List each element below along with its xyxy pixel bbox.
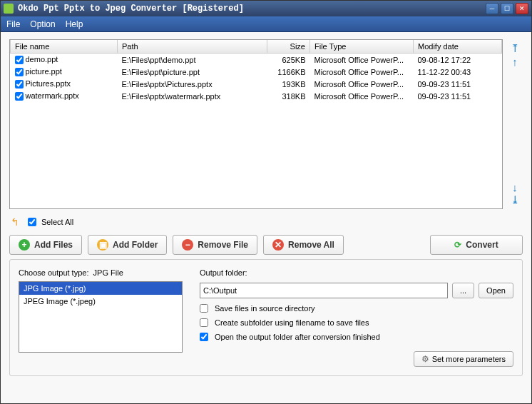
col-size[interactable]: Size [267, 40, 310, 54]
file-path: E:\Files\ppt\demo.ppt [118, 54, 267, 66]
output-folder-label: Output folder: [200, 268, 513, 277]
file-modify: 09-09-23 11:51 [414, 78, 502, 90]
move-top-button[interactable]: ⤒ [508, 42, 521, 55]
close-button[interactable]: ✕ [516, 3, 528, 14]
add-files-label: Add Files [34, 240, 73, 250]
create-subfolder-label: Create subfolder using filename to save … [215, 318, 369, 327]
select-all-row: ↰ Select All [9, 213, 523, 231]
convert-button[interactable]: ⟳Convert [430, 235, 523, 255]
file-modify: 09-08-12 17:22 [414, 54, 502, 66]
table-row[interactable]: Pictures.pptxE:\Files\pptx\Pictures.pptx… [11, 78, 502, 90]
convert-label: Convert [466, 240, 498, 250]
menu-file[interactable]: File [6, 19, 20, 29]
file-type: Microsoft Office PowerP... [310, 78, 414, 90]
titlebar: Okdo Ppt Pptx to Jpeg Converter [Registe… [1, 1, 531, 16]
file-name: Pictures.pptx [26, 79, 71, 88]
file-size: 1166KB [267, 66, 310, 78]
list-item[interactable]: JPG Image (*.jpg) [19, 282, 182, 295]
row-checkbox[interactable] [15, 80, 24, 89]
remove-file-button[interactable]: −Remove File [173, 235, 257, 255]
folder-icon: ▣ [97, 239, 108, 251]
file-table: File name Path Size File Type Modify dat… [10, 40, 502, 102]
select-all-label: Select All [41, 218, 73, 226]
file-path: E:\Files\pptx\Pictures.pptx [118, 78, 267, 90]
row-checkbox[interactable] [15, 56, 24, 64]
action-toolbar: +Add Files ▣Add Folder −Remove File ✕Rem… [9, 235, 523, 255]
add-folder-button[interactable]: ▣Add Folder [88, 235, 167, 255]
x-icon: ✕ [272, 239, 284, 251]
maximize-button[interactable]: ☐ [501, 3, 513, 14]
menu-help[interactable]: Help [66, 19, 83, 29]
remove-all-label: Remove All [288, 240, 334, 250]
convert-icon: ⟳ [454, 240, 461, 250]
open-folder-button[interactable]: Open [479, 283, 513, 298]
list-item[interactable]: JPEG Image (*.jpeg) [19, 295, 182, 308]
option-create-subfolder: Create subfolder using filename to save … [200, 318, 513, 327]
option-open-after: Open the output folder after conversion … [200, 333, 513, 341]
add-folder-label: Add Folder [113, 240, 158, 250]
menubar: File Option Help [1, 16, 531, 32]
col-path[interactable]: Path [118, 40, 267, 54]
output-type-col: Choose output type: JPG File JPG Image (… [19, 268, 183, 367]
output-folder-row: ... Open [200, 283, 513, 298]
more-params-label: Set more parameters [432, 355, 506, 363]
open-after-label: Open the output folder after conversion … [215, 333, 380, 341]
file-name: demo.ppt [26, 55, 58, 64]
option-save-source: Save files in source directory [200, 304, 513, 313]
file-type: Microsoft Office PowerP... [310, 90, 414, 102]
file-table-container: File name Path Size File Type Modify dat… [9, 39, 503, 209]
minus-icon: − [182, 239, 193, 251]
minimize-button[interactable]: ─ [486, 3, 498, 14]
file-size: 318KB [267, 90, 310, 102]
table-row[interactable]: picture.pptE:\Files\ppt\picture.ppt1166K… [11, 66, 502, 78]
file-modify: 11-12-22 00:43 [414, 66, 502, 78]
move-bottom-button[interactable]: ⤓ [508, 193, 521, 206]
content-area: File name Path Size File Type Modify dat… [1, 32, 531, 403]
app-icon [4, 4, 14, 14]
menu-option[interactable]: Option [30, 19, 55, 29]
open-after-checkbox[interactable] [200, 333, 208, 341]
file-path: E:\Files\ppt\picture.ppt [118, 66, 267, 78]
row-checkbox[interactable] [15, 92, 24, 101]
table-header-row: File name Path Size File Type Modify dat… [11, 40, 502, 54]
plus-icon: + [19, 239, 30, 251]
up-level-icon[interactable]: ↰ [11, 216, 19, 228]
window-title: Okdo Ppt Pptx to Jpeg Converter [Registe… [18, 4, 486, 14]
select-all-checkbox[interactable] [28, 218, 36, 226]
remove-file-label: Remove File [198, 240, 248, 250]
gear-icon: ⚙ [421, 354, 429, 364]
settings-panel: Choose output type: JPG File JPG Image (… [9, 259, 523, 376]
move-up-button[interactable]: ↑ [508, 55, 521, 68]
reorder-buttons: ⤒ ↑ ↓ ⤓ [507, 39, 523, 209]
app-window: Okdo Ppt Pptx to Jpeg Converter [Registe… [0, 0, 532, 404]
save-source-checkbox[interactable] [200, 304, 208, 313]
output-folder-input[interactable] [200, 283, 448, 298]
more-params-row: ⚙Set more parameters [200, 351, 513, 367]
browse-button[interactable]: ... [452, 283, 474, 298]
file-type: Microsoft Office PowerP... [310, 54, 414, 66]
window-controls: ─ ☐ ✕ [486, 3, 528, 14]
file-modify: 09-09-23 11:51 [414, 90, 502, 102]
file-type: Microsoft Office PowerP... [310, 66, 414, 78]
move-down-button[interactable]: ↓ [508, 181, 521, 193]
row-checkbox[interactable] [15, 68, 24, 76]
table-row[interactable]: watermark.pptxE:\Files\pptx\watermark.pp… [11, 90, 502, 102]
save-source-label: Save files in source directory [215, 304, 315, 313]
col-modify[interactable]: Modify date [414, 40, 502, 54]
file-name: watermark.pptx [26, 91, 79, 100]
output-type-listbox[interactable]: JPG Image (*.jpg) JPEG Image (*.jpeg) [19, 281, 183, 353]
output-type-label: Choose output type: JPG File [19, 268, 183, 277]
file-size: 193KB [267, 78, 310, 90]
create-subfolder-checkbox[interactable] [200, 318, 208, 327]
col-name[interactable]: File name [11, 40, 118, 54]
output-folder-col: Output folder: ... Open Save files in so… [200, 268, 513, 367]
more-params-button[interactable]: ⚙Set more parameters [414, 351, 513, 367]
file-size: 625KB [267, 54, 310, 66]
file-name: picture.ppt [26, 67, 62, 76]
col-type[interactable]: File Type [310, 40, 414, 54]
table-row[interactable]: demo.pptE:\Files\ppt\demo.ppt625KBMicros… [11, 54, 502, 66]
add-files-button[interactable]: +Add Files [9, 235, 82, 255]
file-path: E:\Files\pptx\watermark.pptx [118, 90, 267, 102]
remove-all-button[interactable]: ✕Remove All [263, 235, 344, 255]
file-list-area: File name Path Size File Type Modify dat… [9, 39, 523, 209]
